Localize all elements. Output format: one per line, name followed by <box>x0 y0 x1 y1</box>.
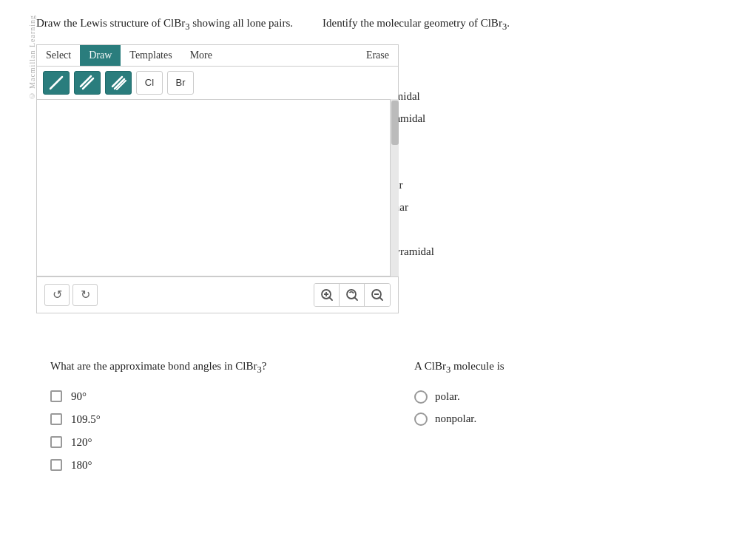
polarity-options-container: polar.nonpolar. <box>414 390 734 426</box>
checkbox-options-container: 90°109.5°120°180° <box>50 390 385 472</box>
bottom-right-question: A ClBr3 molecule is <box>414 358 734 377</box>
triple-bond-button[interactable] <box>105 71 132 95</box>
checkbox-label-180: 180° <box>71 459 92 472</box>
erase-button[interactable]: Erase <box>357 45 398 66</box>
templates-button[interactable]: Templates <box>121 45 180 66</box>
checkbox-box-180[interactable] <box>50 459 62 471</box>
draw-toolbar: Select Draw Templates More Erase <box>36 44 399 66</box>
redo-button[interactable]: ↻ <box>72 284 98 306</box>
macmillan-label: © Macmillan Learning <box>22 15 36 107</box>
svg-line-11 <box>354 297 357 300</box>
checkbox-option-90[interactable]: 90° <box>50 390 385 403</box>
zoom-out-icon <box>371 288 384 302</box>
undo-redo-group: ↺ ↻ <box>44 284 98 306</box>
draw-button[interactable]: Draw <box>80 45 121 66</box>
single-bond-icon <box>48 75 64 91</box>
select-button[interactable]: Select <box>37 45 80 66</box>
checkbox-option-180[interactable]: 180° <box>50 459 385 472</box>
double-bond-button[interactable] <box>74 71 101 95</box>
zoom-group <box>314 283 391 307</box>
polarity-option-polar[interactable]: polar. <box>414 390 734 404</box>
undo-button[interactable]: ↺ <box>44 284 70 306</box>
polarity-circle-polar[interactable] <box>414 390 428 404</box>
checkbox-box-109.5[interactable] <box>50 413 62 425</box>
polarity-circle-nonpolar[interactable] <box>414 412 428 426</box>
polarity-label-nonpolar: nonpolar. <box>435 412 476 425</box>
checkbox-box-90[interactable] <box>50 390 62 402</box>
single-bond-button[interactable] <box>43 71 70 95</box>
svg-line-0 <box>50 77 62 89</box>
svg-line-14 <box>380 297 383 300</box>
zoom-reset-icon <box>345 288 359 302</box>
more-button[interactable]: More <box>181 45 221 66</box>
checkbox-option-120[interactable]: 120° <box>50 436 385 449</box>
double-bond-icon <box>79 75 95 91</box>
zoom-out-button[interactable] <box>365 284 390 306</box>
checkbox-label-109.5: 109.5° <box>71 413 101 426</box>
left-question: Draw the Lewis structure of ClBr3 showin… <box>36 15 399 34</box>
checkbox-box-120[interactable] <box>50 436 62 448</box>
zoom-in-icon <box>320 288 334 302</box>
polarity-label-polar: polar. <box>435 390 460 403</box>
checkbox-option-109.5[interactable]: 109.5° <box>50 413 385 426</box>
cl-atom-button[interactable]: Cl <box>136 71 163 95</box>
zoom-in-button[interactable] <box>314 284 340 306</box>
draw-canvas-wrapper <box>36 99 399 276</box>
br-atom-button[interactable]: Br <box>167 71 194 95</box>
checkbox-label-120: 120° <box>71 436 92 449</box>
draw-bottom-bar: ↺ ↻ <box>36 276 399 313</box>
draw-scrollbar[interactable] <box>390 99 399 276</box>
triple-bond-icon <box>110 75 126 91</box>
checkbox-label-90: 90° <box>71 390 87 403</box>
svg-line-7 <box>329 297 332 300</box>
bottom-left-question: What are the approximate bond angles in … <box>50 358 385 377</box>
polarity-option-nonpolar[interactable]: nonpolar. <box>414 412 734 426</box>
scrollbar-thumb <box>391 101 399 145</box>
draw-tools-row: Cl Br <box>36 66 399 99</box>
draw-canvas[interactable] <box>36 99 399 276</box>
zoom-reset-button[interactable] <box>340 284 365 306</box>
